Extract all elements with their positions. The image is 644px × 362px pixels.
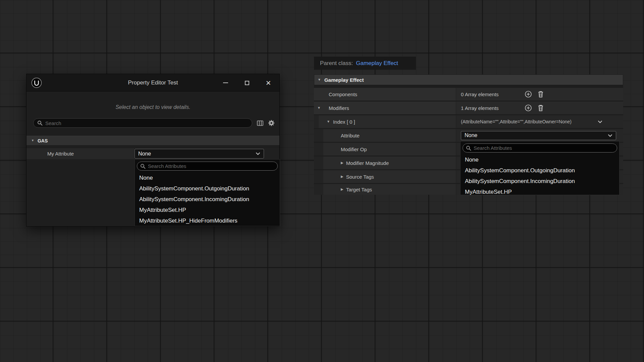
expand-arrow-icon[interactable]: ▶ [341,188,343,191]
collapse-arrow-icon[interactable]: ▼ [31,139,34,142]
minimize-icon [223,82,228,83]
search-icon [140,164,146,169]
empty-details-hint: Select an object to view details. [26,104,279,110]
row-modifiers: ▼ Modifiers 1 Array elements [314,102,623,115]
add-element-button[interactable] [525,104,532,112]
category-gas[interactable]: ▼ GAS [26,136,279,145]
attribute-options-list: None AbilitySystemComponent.OutgoingDura… [461,155,619,195]
dropdown-item[interactable]: MyAttributeSet.HP_HideFromModifiers [135,216,280,226]
attribute-dropdown: None AbilitySystemComponent.OutgoingDura… [460,141,620,195]
attribute-dropdown: None AbilitySystemComponent.OutgoingDura… [135,159,280,226]
add-element-button[interactable] [525,90,532,98]
clear-array-button[interactable] [537,90,544,98]
row-components: Components 0 Array elements [314,88,623,102]
minimize-button[interactable] [222,79,229,86]
attribute-search-input[interactable] [474,145,614,151]
parent-class-link[interactable]: Gameplay Effect [356,60,398,67]
search-input[interactable] [45,120,248,126]
index-struct-value: (AttributeName="",Attribute="",Attribute… [461,119,572,124]
modifiers-count: 1 Array elements [461,105,525,111]
my-attribute-row: My Attribute None [26,148,279,159]
expand-arrow-icon[interactable]: ▶ [341,175,343,178]
collapse-arrow-icon[interactable]: ▼ [327,120,330,123]
attribute-search-box[interactable] [463,143,617,153]
attribute-options-list: None AbilitySystemComponent.OutgoingDura… [135,173,280,226]
column-view-icon[interactable] [257,120,263,126]
parent-class-label: Parent class: [320,60,353,67]
parent-class-bar: Parent class: Gameplay Effect [314,57,416,70]
dropdown-item[interactable]: MyAttributeSet.HP [135,205,280,216]
combobox-value: None [465,132,477,138]
chevron-down-icon[interactable] [598,120,602,123]
blueprint-grid-background: Property Editor Test × Select an object … [0,0,644,362]
target-tags-label: Target Tags [346,187,372,192]
window-titlebar[interactable]: Property Editor Test × [26,74,279,92]
dropdown-item[interactable]: None [461,155,619,165]
row-attribute: Attribute None [314,129,623,143]
combobox-value: None [138,151,151,157]
source-tags-label: Source Tags [346,174,374,180]
search-icon [466,145,471,151]
settings-gear-icon[interactable] [268,120,275,126]
modifier-magnitude-label: Modifier Magnitude [346,160,389,166]
search-icon [37,120,43,126]
my-attribute-combobox[interactable]: None [135,149,264,159]
expand-arrow-icon[interactable]: ▶ [341,161,343,165]
property-editor-test-window: Property Editor Test × Select an object … [26,74,280,227]
dropdown-item[interactable]: AbilitySystemComponent.OutgoingDuration [461,165,619,176]
close-icon: × [266,79,271,86]
attribute-combobox[interactable]: None [461,131,616,140]
maximize-button[interactable] [243,79,251,86]
maximize-icon [245,81,249,85]
dropdown-item[interactable]: MyAttributeSet.HP [461,187,619,195]
section-header-gameplay-effect[interactable]: ▼ Gameplay Effect [314,74,623,85]
dropdown-item[interactable]: AbilitySystemComponent.OutgoingDuration [135,183,280,194]
index-label: Index [ 0 ] [333,119,355,125]
collapse-arrow-icon[interactable]: ▼ [317,106,321,110]
dropdown-item[interactable]: None [135,173,280,183]
row-index-0: ▼ Index [ 0 ] (AttributeName="",Attribut… [314,115,623,129]
category-label: GAS [38,138,48,143]
dropdown-item[interactable]: AbilitySystemComponent.IncomingDuration [461,176,619,187]
clear-array-button[interactable] [537,104,544,112]
close-button[interactable]: × [265,79,272,86]
section-header-label: Gameplay Effect [324,77,364,83]
dropdown-item[interactable]: AbilitySystemComponent.IncomingDuration [135,194,280,205]
attribute-search-input[interactable] [148,163,274,169]
chevron-down-icon [608,134,612,137]
components-count: 0 Array elements [461,92,525,97]
components-label: Components [314,92,357,97]
attribute-search-box[interactable] [137,162,278,171]
chevron-down-icon [256,152,260,155]
collapse-arrow-icon[interactable]: ▼ [318,78,321,81]
my-attribute-label: My Attribute [26,148,135,159]
attribute-label: Attribute [341,133,360,138]
modifier-op-label: Modifier Op [341,146,367,152]
details-search-box[interactable] [33,118,252,128]
